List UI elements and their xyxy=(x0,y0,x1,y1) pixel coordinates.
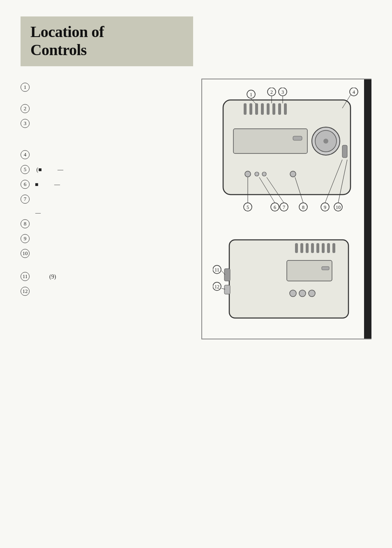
svg-text:11: 11 xyxy=(214,267,219,273)
item-number-5: 5 xyxy=(21,165,30,174)
svg-rect-7 xyxy=(278,103,281,115)
item-number-1: 1 xyxy=(21,83,30,92)
right-edge xyxy=(364,79,371,339)
list-item: 3 xyxy=(21,119,193,130)
svg-point-13 xyxy=(323,139,328,144)
item-number-9: 9 xyxy=(21,234,30,243)
item-label-11: (9) xyxy=(32,272,56,281)
item-7-dash: — xyxy=(35,209,193,216)
svg-rect-1 xyxy=(244,103,247,115)
item-label-6: ■ — xyxy=(32,180,60,189)
device-bottom-diagram: 11 12 xyxy=(213,232,361,330)
item-number-10: 10 xyxy=(21,249,30,258)
list-item: 11 (9) xyxy=(21,272,193,283)
svg-rect-18 xyxy=(342,145,347,158)
svg-rect-56 xyxy=(327,243,330,253)
svg-text:1: 1 xyxy=(250,92,252,98)
list-item: 10 xyxy=(21,249,193,260)
item-number-12: 12 xyxy=(21,287,30,296)
list-item: 6 ■ — xyxy=(21,180,193,191)
item-number-3: 3 xyxy=(21,119,30,128)
svg-text:6: 6 xyxy=(274,204,276,210)
page: Location ofControls 1 2 3 xyxy=(0,0,392,548)
svg-rect-50 xyxy=(295,243,298,253)
svg-rect-3 xyxy=(255,103,258,115)
item-number-7: 7 xyxy=(21,195,30,204)
right-panel: 1 2 3 4 5 6 xyxy=(201,79,371,339)
page-title: Location ofControls xyxy=(30,23,183,59)
svg-point-60 xyxy=(290,290,296,297)
list-item: 1 xyxy=(21,83,193,94)
list-item: 12 xyxy=(21,287,193,298)
svg-text:5: 5 xyxy=(247,204,249,210)
item-number-6: 6 xyxy=(21,180,30,189)
list-item: 5 (■ — xyxy=(21,165,193,176)
left-panel: 1 2 3 4 5 xyxy=(21,79,193,339)
svg-rect-5 xyxy=(267,103,270,115)
list-item: 7 xyxy=(21,195,193,206)
svg-rect-4 xyxy=(261,103,264,115)
svg-point-17 xyxy=(290,171,296,177)
item-number-4: 4 xyxy=(21,150,30,159)
svg-rect-58 xyxy=(287,260,332,281)
item-number-11: 11 xyxy=(21,272,30,281)
title-box: Location ofControls xyxy=(21,16,193,66)
list-item: 8 xyxy=(21,219,193,231)
svg-point-15 xyxy=(255,172,259,176)
list-item: 9 xyxy=(21,234,193,246)
item-number-2: 2 xyxy=(21,104,30,113)
svg-rect-2 xyxy=(249,103,252,115)
svg-rect-6 xyxy=(272,103,275,115)
svg-text:12: 12 xyxy=(214,284,219,290)
svg-rect-10 xyxy=(293,136,302,140)
list-item: 2 xyxy=(21,104,193,116)
svg-rect-53 xyxy=(311,243,314,253)
svg-rect-55 xyxy=(322,243,325,253)
svg-text:2: 2 xyxy=(270,89,273,95)
svg-text:8: 8 xyxy=(302,204,304,210)
svg-rect-9 xyxy=(233,129,307,153)
svg-rect-64 xyxy=(224,285,230,294)
svg-point-14 xyxy=(245,171,251,177)
svg-rect-57 xyxy=(332,243,335,253)
svg-rect-52 xyxy=(306,243,309,253)
svg-point-62 xyxy=(309,290,315,297)
svg-rect-51 xyxy=(300,243,303,253)
svg-rect-63 xyxy=(224,269,230,281)
svg-rect-59 xyxy=(322,267,329,270)
content-area: 1 2 3 4 5 xyxy=(21,79,371,339)
svg-text:10: 10 xyxy=(336,204,341,210)
svg-rect-8 xyxy=(284,103,287,115)
svg-point-61 xyxy=(299,290,306,297)
svg-text:7: 7 xyxy=(283,204,285,210)
list-item: 4 xyxy=(21,150,193,162)
svg-text:9: 9 xyxy=(324,204,326,210)
svg-rect-54 xyxy=(316,243,319,253)
svg-text:4: 4 xyxy=(353,89,355,95)
svg-text:3: 3 xyxy=(281,89,284,95)
svg-point-16 xyxy=(262,172,266,176)
item-label-5: (■ — xyxy=(32,165,63,174)
device-top-diagram: 1 2 3 4 5 6 xyxy=(211,88,363,223)
item-number-8: 8 xyxy=(21,219,30,228)
